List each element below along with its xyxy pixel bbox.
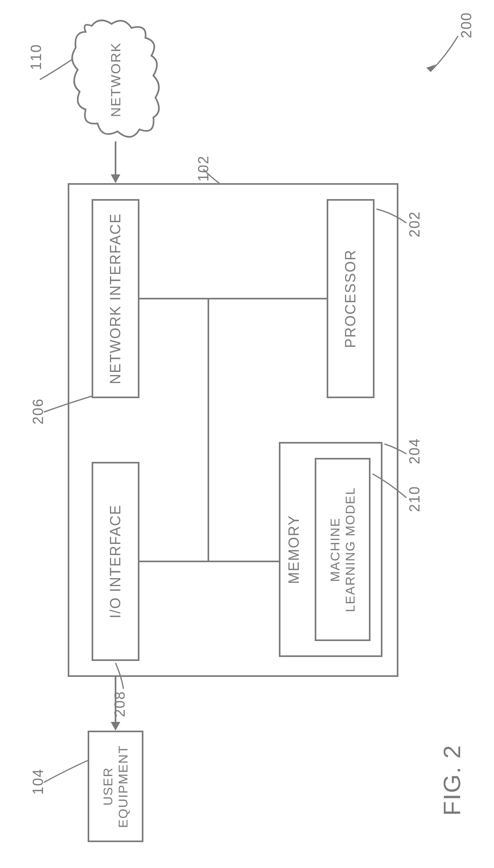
- arrowhead-into-ue: [111, 722, 120, 731]
- leader-102: [199, 167, 223, 185]
- ref-210: 210: [406, 486, 423, 512]
- network-label: NETWORK: [108, 42, 124, 117]
- io-interface-box: I/O INTERFACE: [92, 462, 139, 661]
- ref-202: 202: [406, 211, 423, 237]
- bus-vertical: [208, 298, 209, 562]
- ml-model-box: MACHINE LEARNING MODEL: [315, 458, 370, 641]
- leader-210: [370, 472, 408, 500]
- leader-200: [422, 32, 462, 80]
- figure-caption: FIG. 2: [438, 745, 466, 816]
- leader-206: [42, 394, 94, 414]
- io-interface-label: I/O INTERFACE: [107, 504, 124, 618]
- leader-110: [38, 56, 74, 84]
- leader-104: [42, 759, 90, 786]
- leader-202: [374, 207, 408, 225]
- network-interface-label: NETWORK INTERFACE: [107, 213, 124, 384]
- conn-network-to-nif: [115, 141, 116, 175]
- user-equipment-label: USER EQUIPMENT: [100, 745, 131, 828]
- bus-h-to-proc: [208, 298, 327, 299]
- bus-h-to-mem: [208, 561, 279, 562]
- processor-label: PROCESSOR: [342, 249, 359, 348]
- diagram-canvas: 200 NETWORK 110 102 NETWORK INTERFACE 20…: [0, 0, 494, 868]
- arrowhead-into-nif: [111, 174, 120, 183]
- network-cloud: NETWORK: [70, 16, 161, 143]
- bus-h-nif: [139, 298, 209, 299]
- leader-204: [382, 440, 408, 456]
- user-equipment-box: USER EQUIPMENT: [88, 731, 143, 842]
- ml-model-label: MACHINE LEARNING MODEL: [327, 487, 358, 612]
- processor-box: PROCESSOR: [327, 199, 374, 398]
- ref-208: 208: [112, 691, 128, 717]
- memory-label: MEMORY: [285, 515, 302, 584]
- network-interface-box: NETWORK INTERFACE: [92, 199, 139, 398]
- bus-h-io: [139, 561, 209, 562]
- ref-204: 204: [406, 438, 423, 464]
- conn-io-to-ue: [115, 677, 116, 723]
